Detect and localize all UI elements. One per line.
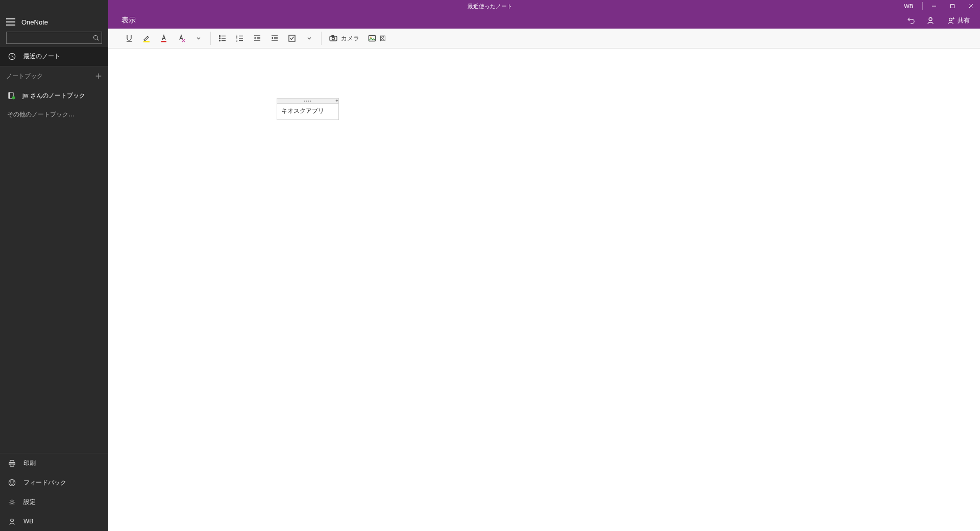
notebook-icon (7, 91, 16, 100)
other-notebooks-link[interactable]: その他のノートブック… (0, 105, 108, 124)
window-maximize-button[interactable] (943, 0, 962, 12)
person-icon (7, 518, 16, 525)
sidebar-item-settings[interactable]: 設定 (0, 492, 108, 512)
svg-point-21 (949, 18, 952, 21)
svg-point-14 (11, 501, 13, 503)
sidebar-item-account[interactable]: WB (0, 512, 108, 531)
notebook-label: jw さんのノートブック (22, 91, 85, 100)
svg-rect-47 (289, 35, 295, 41)
camera-icon (329, 34, 338, 43)
window-minimize-button[interactable] (925, 0, 943, 12)
svg-rect-6 (9, 92, 10, 99)
toolbar: 123 カメラ (108, 29, 980, 49)
app-title: OneNote (21, 18, 48, 26)
sidebar-item-recent-notes[interactable]: 最近のノート (0, 47, 108, 66)
app-title-row: OneNote (0, 12, 108, 32)
note-canvas[interactable]: •••• ◂▸ キオスクアプリ (108, 49, 980, 531)
share-label: 共有 (958, 16, 970, 25)
svg-point-13 (13, 481, 13, 482)
add-notebook-button[interactable] (95, 73, 102, 80)
clock-icon (7, 53, 16, 60)
sidebar-item-label: 最近のノート (23, 52, 60, 61)
svg-point-7 (12, 96, 15, 100)
svg-point-52 (370, 37, 372, 38)
clear-formatting-button[interactable] (173, 30, 190, 47)
container-resize-arrows-icon[interactable]: ◂▸ (335, 98, 337, 103)
account-button[interactable] (922, 12, 939, 29)
note-text-container[interactable]: •••• ◂▸ キオスクアプリ (277, 98, 339, 120)
share-person-icon (947, 17, 954, 25)
paragraph-more-dropdown[interactable] (301, 30, 318, 47)
printer-icon (7, 460, 16, 467)
titlebar-divider (922, 2, 923, 10)
hamburger-menu-button[interactable] (6, 18, 15, 26)
ribbon-tab-view[interactable]: 表示 (112, 12, 145, 29)
share-button[interactable]: 共有 (942, 12, 975, 29)
svg-point-0 (94, 36, 98, 40)
svg-point-11 (9, 479, 15, 486)
numbered-list-button[interactable]: 123 (231, 30, 249, 47)
svg-text:3: 3 (236, 39, 238, 42)
svg-line-1 (97, 39, 99, 40)
svg-point-15 (10, 519, 13, 522)
sidebar-item-label: 印刷 (23, 459, 36, 468)
search-icon[interactable] (90, 35, 102, 41)
svg-point-29 (219, 40, 220, 41)
svg-point-12 (10, 481, 11, 482)
toolbar-separator (321, 32, 322, 45)
camera-button[interactable]: カメラ (325, 30, 363, 47)
undo-button[interactable] (903, 12, 919, 29)
sidebar-item-label: WB (23, 518, 33, 525)
svg-rect-26 (161, 41, 166, 42)
ribbon-tab-row: 表示 共有 (108, 12, 980, 29)
titlebar: 最近使ったノート WB (108, 0, 980, 12)
toolbar-separator (210, 32, 211, 45)
gear-icon (7, 498, 16, 506)
todo-tag-button[interactable] (283, 30, 301, 47)
svg-rect-48 (330, 36, 337, 41)
decrease-indent-button[interactable] (249, 30, 266, 47)
bullet-list-button[interactable] (214, 30, 231, 47)
svg-rect-25 (143, 41, 150, 43)
grip-dots-icon: •••• (304, 100, 311, 103)
main: 最近使ったノート WB 表示 (108, 0, 980, 531)
sidebar-section-notebooks: ノートブック (0, 66, 108, 86)
note-text[interactable]: キオスクアプリ (277, 104, 338, 119)
font-more-dropdown[interactable] (190, 30, 207, 47)
sidebar-item-label: フィードバック (23, 478, 66, 487)
picture-icon (368, 34, 377, 43)
search-box[interactable] (6, 32, 102, 44)
font-color-button[interactable] (155, 30, 173, 47)
sidebar: OneNote 最近のノート ノートブック (0, 0, 108, 531)
sidebar-item-label: 設定 (23, 498, 36, 506)
sidebar-section-label: ノートブック (6, 72, 43, 81)
svg-point-20 (929, 18, 932, 21)
svg-point-28 (219, 38, 220, 39)
sidebar-item-feedback[interactable]: フィードバック (0, 473, 108, 492)
underline-button[interactable] (120, 30, 138, 47)
increase-indent-button[interactable] (266, 30, 283, 47)
titlebar-user-initials[interactable]: WB (897, 3, 920, 9)
camera-label: カメラ (341, 34, 359, 43)
search-input[interactable] (7, 32, 90, 43)
sidebar-notebook-item[interactable]: jw さんのノートブック (0, 86, 108, 105)
highlight-button[interactable] (138, 30, 155, 47)
window-title: 最近使ったノート (468, 0, 512, 12)
picture-label: 図 (380, 34, 386, 43)
svg-point-49 (332, 37, 335, 40)
svg-rect-51 (369, 36, 376, 41)
svg-point-27 (219, 36, 220, 37)
svg-rect-17 (951, 5, 954, 8)
insert-picture-button[interactable]: 図 (363, 30, 390, 47)
smiley-icon (7, 479, 16, 487)
window-close-button[interactable] (962, 0, 980, 12)
sidebar-item-print[interactable]: 印刷 (0, 453, 108, 473)
note-container-grip[interactable]: •••• ◂▸ (277, 99, 338, 104)
sidebar-footer: 印刷 フィードバック 設定 WB (0, 453, 108, 531)
